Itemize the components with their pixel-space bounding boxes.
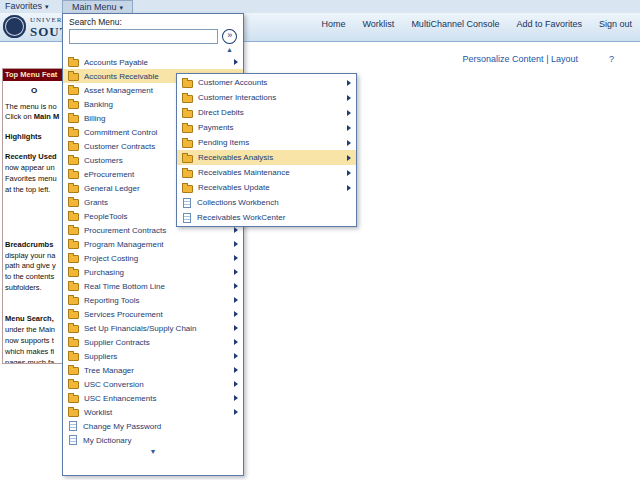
nav-link[interactable]: Home	[322, 19, 346, 29]
main-menu-item[interactable]: Suppliers	[63, 349, 243, 363]
main-menu-item[interactable]: Supplier Contracts	[63, 335, 243, 349]
folder-icon	[182, 155, 193, 163]
top-menu-features-panel: Top Menu Feat O The menu is no Click on …	[2, 68, 65, 364]
folder-icon	[68, 115, 79, 123]
folder-icon	[68, 171, 79, 179]
submenu-item-label: Customer Accounts	[198, 78, 343, 87]
main-menu-item[interactable]: Change My Password	[63, 419, 243, 433]
chevron-down-icon: ▾	[45, 3, 49, 10]
submenu-arrow-icon	[234, 325, 238, 331]
submenu-arrow-icon	[347, 95, 351, 101]
folder-icon	[68, 325, 79, 333]
section-body: now appear un Favorites menu at the top …	[5, 163, 63, 196]
nav-link[interactable]: Sign out	[599, 19, 632, 29]
submenu-arrow-icon	[234, 297, 238, 303]
nav-link[interactable]: MultiChannel Console	[411, 19, 499, 29]
folder-icon	[68, 199, 79, 207]
document-icon	[183, 198, 191, 208]
submenu-item-label: Payments	[198, 123, 343, 132]
folder-icon	[68, 353, 79, 361]
document-icon	[69, 435, 77, 445]
folder-icon	[68, 255, 79, 263]
section-body: under the Main now supports t which make…	[5, 325, 63, 364]
main-menu-item[interactable]: USC Enhancements	[63, 391, 243, 405]
menu-item-label: Purchasing	[84, 268, 230, 277]
section-lead: Menu Search,	[5, 314, 54, 323]
submenu-item[interactable]: Direct Debits	[177, 105, 356, 120]
separator: |	[544, 54, 551, 64]
overview-heading: O	[5, 85, 63, 97]
submenu-item[interactable]: Pending Items	[177, 135, 356, 150]
main-menu-item[interactable]: Purchasing	[63, 265, 243, 279]
menu-search-input[interactable]	[69, 29, 218, 44]
folder-icon	[182, 80, 193, 88]
submenu-item[interactable]: Receivables WorkCenter	[177, 210, 356, 225]
folder-icon	[68, 59, 79, 67]
intro-line1: The menu is no	[5, 102, 63, 113]
submenu-item[interactable]: Receivables Update	[177, 180, 356, 195]
panel-section: Breadcrumbs display your na path and giv…	[5, 240, 63, 294]
main-menu-item[interactable]: Real Time Bottom Line	[63, 279, 243, 293]
main-menu-item[interactable]: Reporting Tools	[63, 293, 243, 307]
folder-icon	[182, 125, 193, 133]
favorites-menu-button[interactable]: Favorites▾	[5, 1, 49, 11]
panel-body: O The menu is no Click on Main M Highlig…	[3, 81, 65, 364]
submenu-item[interactable]: Receivables Maintenance	[177, 165, 356, 180]
submenu-item[interactable]: Collections Workbench	[177, 195, 356, 210]
main-menu-item[interactable]: USC Conversion	[63, 377, 243, 391]
main-menu-item[interactable]: My Dictionary	[63, 433, 243, 447]
folder-icon	[68, 395, 79, 403]
submenu-item[interactable]: Payments	[177, 120, 356, 135]
submenu-arrow-icon	[347, 185, 351, 191]
submenu-item-label: Receivables Analysis	[198, 153, 343, 162]
highlights-heading: Highlights	[5, 132, 63, 143]
main-menu-item[interactable]: Program Management	[63, 237, 243, 251]
section-lead: Breadcrumbs	[5, 240, 53, 249]
menu-item-label: Tree Manager	[84, 366, 230, 375]
panel-section: Menu Search, under the Main now supports…	[5, 314, 63, 364]
scroll-down-icon[interactable]: ▼	[63, 447, 243, 457]
folder-icon	[68, 311, 79, 319]
panel-intro: The menu is no Click on Main M	[5, 102, 63, 124]
main-menu-item[interactable]: Tree Manager	[63, 363, 243, 377]
submenu-arrow-icon	[234, 339, 238, 345]
chevron-down-icon: ▾	[120, 4, 124, 11]
peoplesoft-portal: Favorites▾ Main Menu▾ UNIVERSITY SOUTH H…	[0, 0, 640, 480]
personalize-bar: Personalize Content | Layout	[463, 54, 578, 64]
nav-link[interactable]: Add to Favorites	[516, 19, 582, 29]
folder-icon	[68, 409, 79, 417]
submenu-arrow-icon	[234, 255, 238, 261]
personalize-layout-link[interactable]: Layout	[551, 54, 578, 64]
section-lead: Recently Used	[5, 152, 57, 161]
folder-icon	[68, 227, 79, 235]
folder-icon	[68, 283, 79, 291]
folder-icon	[182, 110, 193, 118]
submenu-item[interactable]: Customer Interactions	[177, 90, 356, 105]
folder-icon	[68, 269, 79, 277]
submenu-item[interactable]: Customer Accounts	[177, 75, 356, 90]
main-menu-item[interactable]: Set Up Financials/Supply Chain	[63, 321, 243, 335]
intro-line2: Click on Main M	[5, 112, 63, 123]
main-menu-button[interactable]: Main Menu▾	[62, 0, 133, 13]
menu-item-label: USC Enhancements	[84, 394, 230, 403]
main-menu-item[interactable]: Services Procurement	[63, 307, 243, 321]
submenu-item[interactable]: Receivables Analysis	[177, 150, 356, 165]
scroll-up-icon[interactable]: ▲	[63, 45, 243, 55]
menu-item-label: Project Costing	[84, 254, 230, 263]
main-menu-item[interactable]: Project Costing	[63, 251, 243, 265]
help-icon[interactable]: ?	[609, 54, 614, 64]
submenu-arrow-icon	[234, 367, 238, 373]
search-go-button[interactable]: »	[222, 29, 237, 44]
nav-link[interactable]: Worklist	[363, 19, 395, 29]
submenu-arrow-icon	[234, 59, 238, 65]
menu-search-area: Search Menu: »	[63, 14, 243, 45]
main-menu-item[interactable]: Accounts Payable	[63, 55, 243, 69]
search-label: Search Menu:	[69, 17, 237, 27]
submenu-arrow-icon	[234, 269, 238, 275]
personalize-content-link[interactable]: Content	[512, 54, 544, 64]
submenu-list: Customer Accounts Customer Interactions …	[177, 75, 356, 225]
menu-item-label: USC Conversion	[84, 380, 230, 389]
menu-item-label: Real Time Bottom Line	[84, 282, 230, 291]
folder-icon	[68, 381, 79, 389]
main-menu-item[interactable]: Worklist	[63, 405, 243, 419]
